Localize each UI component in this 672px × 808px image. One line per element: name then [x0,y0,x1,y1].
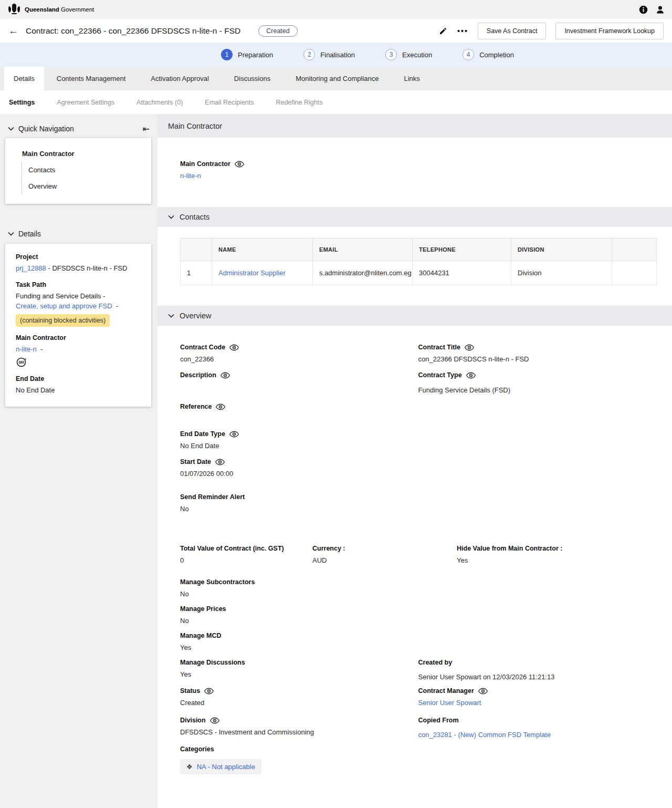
subtab-attachments[interactable]: Attachments (0) [125,99,194,106]
main-contractor-link[interactable]: n-lite-n [180,172,201,180]
field-reference: Reference [180,403,428,410]
back-arrow-icon[interactable]: ← [8,26,18,36]
col-division: DIVISION [511,239,612,261]
subtab-settings[interactable]: Settings [9,99,46,106]
field-value: Senior User Spowart on 12/03/2026 11:21:… [418,673,657,681]
quick-navigation-title: Quick Navigation [18,125,143,133]
section-header-contacts[interactable]: Contacts [158,207,672,227]
field-label-text: Copied From [418,717,459,724]
field-value: con_22366 [180,355,418,363]
field-description: Description [180,371,418,395]
info-icon[interactable] [638,5,648,14]
subtab-redefine-rights[interactable]: Redefine Rights [265,99,333,106]
cell-email: s.administrator@nliten.com.eg [313,261,413,285]
save-as-contract-button[interactable]: Save As Contract [478,23,547,39]
quick-navigation-card: Main Contractor Contacts Overview [5,138,151,204]
field-value: No End Date [180,442,428,450]
field-label-text: Reference [180,403,212,410]
field-start-date: Start Date 01/07/2026 00:00 [180,458,428,478]
step-finalisation[interactable]: 2 Finalisation [303,49,355,60]
step-completion[interactable]: 4 Completion [463,49,514,60]
visibility-eye-icon [229,344,239,351]
nav-item-overview[interactable]: Overview [22,178,151,194]
chevron-down-icon [168,314,174,318]
subtab-email-recipients[interactable]: Email Recipients [194,99,265,106]
visibility-eye-icon [465,344,474,351]
tab-discussions[interactable]: Discussions [222,67,283,90]
cell-actions [612,261,657,285]
tab-activation-approval[interactable]: Activation Approval [138,67,222,90]
category-chip-label: NA - Not applicable [197,763,255,771]
field-manage-prices: Manage Prices No [180,605,428,625]
details-panel-header[interactable]: Details [0,226,158,242]
field-contract-title: Contract Title con_22366 DFSDSCS n-lite-… [418,344,657,363]
queensland-coat-of-arms-icon [7,3,21,16]
visibility-eye-icon [215,459,225,465]
nav-item-main-contractor[interactable]: Main Contractor [5,146,151,162]
contact-name-link[interactable]: Administrator Supplier [218,269,286,277]
section-header-overview[interactable]: Overview [158,306,672,326]
col-email: EMAIL [313,239,413,261]
field-total-value: Total Value of Contract (inc. GST) 0 [180,545,312,564]
field-label-text: Hide Value from Main Contractor : [457,545,562,552]
details-card: Project prj_12888 - DFSDSCS n-lite-n - F… [5,244,151,407]
project-link[interactable]: prj_12888 [16,264,46,272]
tab-contents-management[interactable]: Contents Management [44,67,139,90]
edit-pencil-icon[interactable] [438,26,448,36]
field-label-text: Manage Discussions [180,659,245,666]
field-label-text: Status [180,687,200,695]
visibility-eye-icon [220,372,230,379]
copied-from-link[interactable]: con_23281 - (New) Common FSD Template [418,731,551,739]
step-2-circle: 2 [303,49,315,60]
main-contractor-field-value: n-lite-n [180,172,656,180]
collapse-sidebar-icon[interactable]: ⇤ [143,124,150,134]
field-copied-from: Copied From con_23281 - (New) Common FSD… [418,717,657,739]
task-path-label: Task Path [16,281,143,288]
field-label-text: Contract Manager [418,687,474,695]
chevron-down-icon [168,215,174,219]
field-value: Funding Service Details (FSD) [418,386,657,394]
contacts-table: NAME EMAIL TELEPHONE DIVISION 1 Administ… [180,238,657,285]
step-preparation[interactable]: 1 Preparation [221,49,273,60]
field-contract-type: Contract Type Funding Service Details (F… [418,371,657,395]
page-title: Contract: con_22366 - con_22366 DFSDSCS … [26,26,240,36]
more-options-icon[interactable]: ••• [457,27,468,35]
sidebar-end-date-label: End Date [16,375,143,382]
page: Queensland Government ← Contract: con_22… [0,0,672,808]
sidebar-main-contractor-link[interactable]: n-lite-n [16,345,37,353]
field-status: Status Created [180,687,418,707]
visibility-eye-icon [204,688,214,695]
cell-name: Administrator Supplier [212,261,313,285]
field-manage-discussions: Manage Discussions Yes [180,659,418,681]
user-icon[interactable] [655,5,665,14]
brand-text: Queensland Government [25,6,94,13]
contract-manager-link[interactable]: Senior User Spowart [418,699,481,707]
field-label-text: Contract Type [418,371,462,379]
field-value: No [180,590,428,598]
field-value: AUD [312,556,457,564]
field-label-text: Manage Subcontractors [180,578,255,586]
field-value: Yes [180,644,428,651]
step-1-circle: 1 [221,49,233,60]
details-panel-title: Details [18,230,150,238]
nav-item-contacts[interactable]: Contacts [22,162,151,178]
investment-framework-lookup-button[interactable]: Investment Framework Lookup [555,23,664,39]
field-value: No [180,617,428,625]
tab-monitoring-and-compliance[interactable]: Monitoring and Compliance [283,67,391,90]
step-execution[interactable]: 3 Execution [385,49,432,60]
tab-links[interactable]: Links [391,67,432,90]
brand-regular: Government [61,6,94,13]
field-value: Created [180,699,418,707]
field-label-text: Currency : [312,545,345,552]
subtab-agreement-settings[interactable]: Agreement Settings [46,99,125,106]
field-value: 01/07/2026 00:00 [180,470,428,478]
category-chip[interactable]: ❖ NA - Not applicable [180,759,261,774]
task-path-link[interactable]: Create, setup and approve FSD [16,302,112,310]
category-diamond-icon: ❖ [186,763,193,771]
quick-navigation-header[interactable]: Quick Navigation ⇤ [0,121,158,137]
tab-details[interactable]: Details [4,67,44,90]
sidebar-main-contractor-value: n-lite-n - 360 [16,345,143,368]
visibility-eye-icon [235,161,244,168]
supplier-360-view-icon[interactable]: 360 [16,357,143,368]
field-label-text: Main Contractor [180,160,230,168]
